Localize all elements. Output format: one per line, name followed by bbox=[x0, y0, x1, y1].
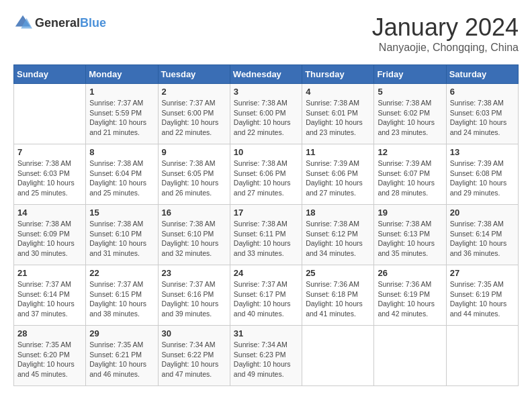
day-info: Sunrise: 7:35 AMSunset: 6:19 PMDaylight:… bbox=[450, 279, 515, 319]
day-number: 15 bbox=[89, 208, 154, 218]
calendar-cell: 11Sunrise: 7:39 AMSunset: 6:06 PMDayligh… bbox=[302, 144, 374, 205]
day-number: 23 bbox=[162, 268, 226, 278]
calendar-subtitle: Nanyaojie, Chongqing, China bbox=[372, 42, 519, 54]
day-info: Sunrise: 7:38 AMSunset: 6:14 PMDaylight:… bbox=[450, 219, 515, 259]
day-info: Sunrise: 7:38 AMSunset: 6:04 PMDaylight:… bbox=[89, 158, 154, 198]
calendar-cell: 31Sunrise: 7:34 AMSunset: 6:23 PMDayligh… bbox=[230, 326, 302, 386]
day-info: Sunrise: 7:37 AMSunset: 6:17 PMDaylight:… bbox=[234, 279, 298, 319]
calendar-cell: 4Sunrise: 7:38 AMSunset: 6:01 PMDaylight… bbox=[302, 84, 374, 144]
calendar-cell: 21Sunrise: 7:37 AMSunset: 6:14 PMDayligh… bbox=[14, 265, 86, 326]
calendar-cell: 3Sunrise: 7:38 AMSunset: 6:00 PMDaylight… bbox=[230, 84, 302, 144]
calendar-cell: 10Sunrise: 7:38 AMSunset: 6:06 PMDayligh… bbox=[230, 144, 302, 205]
day-number: 7 bbox=[17, 147, 82, 157]
day-number: 26 bbox=[378, 268, 442, 278]
day-number: 22 bbox=[89, 268, 154, 278]
day-info: Sunrise: 7:39 AMSunset: 6:07 PMDaylight:… bbox=[378, 158, 442, 198]
logo-general: General bbox=[35, 16, 80, 30]
calendar-week-row: 28Sunrise: 7:35 AMSunset: 6:20 PMDayligh… bbox=[14, 326, 519, 386]
calendar-cell: 1Sunrise: 7:37 AMSunset: 5:59 PMDaylight… bbox=[86, 84, 158, 144]
calendar-cell: 9Sunrise: 7:38 AMSunset: 6:05 PMDaylight… bbox=[158, 144, 230, 205]
day-number: 5 bbox=[378, 87, 442, 97]
day-info: Sunrise: 7:35 AMSunset: 6:21 PMDaylight:… bbox=[89, 340, 154, 379]
day-info: Sunrise: 7:38 AMSunset: 6:02 PMDaylight:… bbox=[378, 98, 442, 138]
calendar-cell: 23Sunrise: 7:37 AMSunset: 6:16 PMDayligh… bbox=[158, 265, 230, 326]
day-info: Sunrise: 7:38 AMSunset: 6:13 PMDaylight:… bbox=[378, 219, 442, 259]
day-number: 21 bbox=[17, 268, 82, 278]
day-info: Sunrise: 7:38 AMSunset: 6:10 PMDaylight:… bbox=[162, 219, 226, 259]
calendar-cell: 18Sunrise: 7:38 AMSunset: 6:12 PMDayligh… bbox=[302, 205, 374, 265]
calendar-cell: 6Sunrise: 7:38 AMSunset: 6:03 PMDaylight… bbox=[446, 84, 518, 144]
logo-icon bbox=[13, 13, 32, 32]
header-day-sunday: Sunday bbox=[14, 65, 86, 84]
calendar-cell: 28Sunrise: 7:35 AMSunset: 6:20 PMDayligh… bbox=[14, 326, 86, 386]
calendar-week-row: 1Sunrise: 7:37 AMSunset: 5:59 PMDaylight… bbox=[14, 84, 519, 144]
day-number: 13 bbox=[450, 147, 515, 157]
calendar-cell bbox=[446, 326, 518, 386]
calendar-cell bbox=[374, 326, 446, 386]
header-day-thursday: Thursday bbox=[302, 65, 374, 84]
day-number: 8 bbox=[89, 147, 154, 157]
calendar-cell: 17Sunrise: 7:38 AMSunset: 6:11 PMDayligh… bbox=[230, 205, 302, 265]
day-number: 31 bbox=[234, 328, 298, 338]
logo-blue: Blue bbox=[80, 16, 106, 30]
day-number: 2 bbox=[162, 87, 226, 97]
calendar-cell: 2Sunrise: 7:37 AMSunset: 6:00 PMDaylight… bbox=[158, 84, 230, 144]
day-number: 3 bbox=[234, 87, 298, 97]
page-header: GeneralBlue January 2024 Nanyaojie, Chon… bbox=[13, 13, 519, 54]
calendar-cell: 15Sunrise: 7:38 AMSunset: 6:10 PMDayligh… bbox=[86, 205, 158, 265]
calendar-week-row: 14Sunrise: 7:38 AMSunset: 6:09 PMDayligh… bbox=[14, 205, 519, 265]
day-info: Sunrise: 7:37 AMSunset: 6:00 PMDaylight:… bbox=[162, 98, 226, 138]
day-number: 16 bbox=[162, 208, 226, 218]
day-info: Sunrise: 7:38 AMSunset: 6:09 PMDaylight:… bbox=[17, 219, 82, 259]
day-number: 18 bbox=[306, 208, 370, 218]
day-info: Sunrise: 7:34 AMSunset: 6:22 PMDaylight:… bbox=[162, 340, 226, 379]
day-number: 27 bbox=[450, 268, 515, 278]
header-day-wednesday: Wednesday bbox=[230, 65, 302, 84]
calendar-cell: 30Sunrise: 7:34 AMSunset: 6:22 PMDayligh… bbox=[158, 326, 230, 386]
calendar-cell: 29Sunrise: 7:35 AMSunset: 6:21 PMDayligh… bbox=[86, 326, 158, 386]
day-info: Sunrise: 7:35 AMSunset: 6:20 PMDaylight:… bbox=[17, 340, 82, 379]
calendar-cell: 7Sunrise: 7:38 AMSunset: 6:03 PMDaylight… bbox=[14, 144, 86, 205]
day-number: 14 bbox=[17, 208, 82, 218]
calendar-cell: 13Sunrise: 7:39 AMSunset: 6:08 PMDayligh… bbox=[446, 144, 518, 205]
calendar-table: SundayMondayTuesdayWednesdayThursdayFrid… bbox=[13, 64, 519, 386]
day-number: 9 bbox=[162, 147, 226, 157]
calendar-cell: 27Sunrise: 7:35 AMSunset: 6:19 PMDayligh… bbox=[446, 265, 518, 326]
day-number: 1 bbox=[89, 87, 154, 97]
logo-text: GeneralBlue bbox=[35, 16, 106, 30]
calendar-cell: 5Sunrise: 7:38 AMSunset: 6:02 PMDaylight… bbox=[374, 84, 446, 144]
day-number: 28 bbox=[17, 328, 82, 338]
day-number: 29 bbox=[89, 328, 154, 338]
header-day-tuesday: Tuesday bbox=[158, 65, 230, 84]
day-info: Sunrise: 7:37 AMSunset: 6:16 PMDaylight:… bbox=[162, 279, 226, 319]
calendar-week-row: 21Sunrise: 7:37 AMSunset: 6:14 PMDayligh… bbox=[14, 265, 519, 326]
calendar-cell: 19Sunrise: 7:38 AMSunset: 6:13 PMDayligh… bbox=[374, 205, 446, 265]
day-info: Sunrise: 7:37 AMSunset: 6:15 PMDaylight:… bbox=[89, 279, 154, 319]
calendar-cell: 26Sunrise: 7:36 AMSunset: 6:19 PMDayligh… bbox=[374, 265, 446, 326]
day-info: Sunrise: 7:38 AMSunset: 6:03 PMDaylight:… bbox=[17, 158, 82, 198]
calendar-cell bbox=[14, 84, 86, 144]
calendar-cell: 12Sunrise: 7:39 AMSunset: 6:07 PMDayligh… bbox=[374, 144, 446, 205]
day-info: Sunrise: 7:38 AMSunset: 6:11 PMDaylight:… bbox=[234, 219, 298, 259]
calendar-cell: 25Sunrise: 7:36 AMSunset: 6:18 PMDayligh… bbox=[302, 265, 374, 326]
calendar-header-row: SundayMondayTuesdayWednesdayThursdayFrid… bbox=[14, 65, 519, 84]
day-number: 19 bbox=[378, 208, 442, 218]
calendar-cell: 24Sunrise: 7:37 AMSunset: 6:17 PMDayligh… bbox=[230, 265, 302, 326]
calendar-cell bbox=[302, 326, 374, 386]
day-number: 10 bbox=[234, 147, 298, 157]
day-number: 24 bbox=[234, 268, 298, 278]
header-day-saturday: Saturday bbox=[446, 65, 518, 84]
day-number: 30 bbox=[162, 328, 226, 338]
day-info: Sunrise: 7:38 AMSunset: 6:01 PMDaylight:… bbox=[306, 98, 370, 138]
calendar-title: January 2024 bbox=[372, 13, 519, 42]
day-info: Sunrise: 7:34 AMSunset: 6:23 PMDaylight:… bbox=[234, 340, 298, 379]
day-info: Sunrise: 7:39 AMSunset: 6:08 PMDaylight:… bbox=[450, 158, 515, 198]
day-info: Sunrise: 7:39 AMSunset: 6:06 PMDaylight:… bbox=[306, 158, 370, 198]
calendar-cell: 22Sunrise: 7:37 AMSunset: 6:15 PMDayligh… bbox=[86, 265, 158, 326]
day-number: 4 bbox=[306, 87, 370, 97]
day-number: 12 bbox=[378, 147, 442, 157]
day-info: Sunrise: 7:38 AMSunset: 6:12 PMDaylight:… bbox=[306, 219, 370, 259]
day-number: 6 bbox=[450, 87, 515, 97]
calendar-cell: 8Sunrise: 7:38 AMSunset: 6:04 PMDaylight… bbox=[86, 144, 158, 205]
day-info: Sunrise: 7:38 AMSunset: 6:06 PMDaylight:… bbox=[234, 158, 298, 198]
